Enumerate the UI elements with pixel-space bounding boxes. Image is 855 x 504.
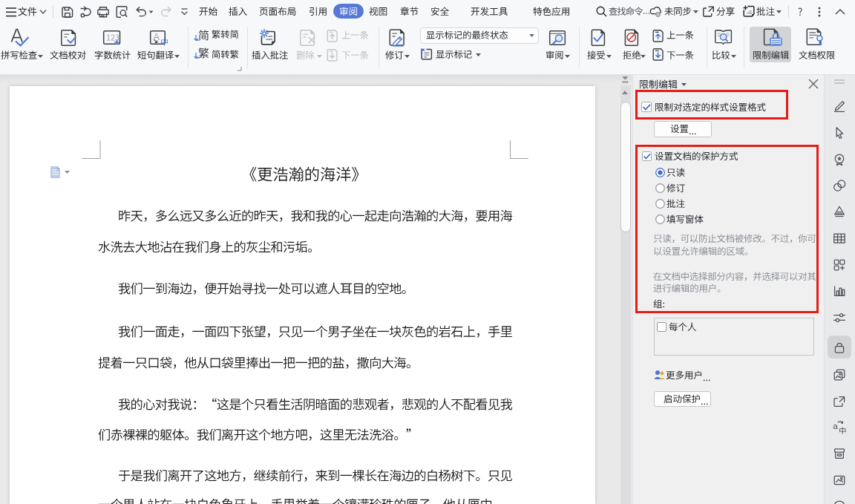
svg-text:a: a [833,422,838,431]
